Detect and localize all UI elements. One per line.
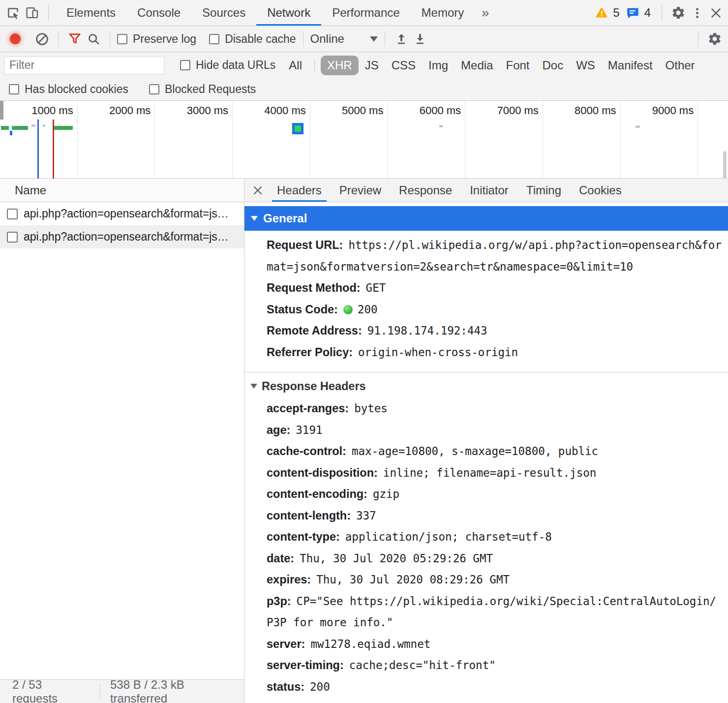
issues-message-icon[interactable]: [624, 3, 642, 22]
request-list-panel: Name api.php?action=opensearch&format=js…: [0, 179, 244, 703]
filter-type-font[interactable]: Font: [499, 56, 536, 75]
chevron-down-icon: [370, 36, 378, 42]
device-toolbar-icon[interactable]: [23, 3, 41, 22]
request-checkbox[interactable]: [7, 209, 18, 219]
tab-memory[interactable]: Memory: [411, 0, 475, 26]
header-key: Referrer Policy:: [267, 346, 353, 359]
close-details-icon[interactable]: [247, 181, 268, 200]
name-column-header[interactable]: Name: [0, 179, 244, 202]
header-key: expires:: [267, 573, 311, 586]
filter-type-js[interactable]: JS: [359, 56, 385, 75]
search-icon[interactable]: [84, 30, 103, 48]
tab-console[interactable]: Console: [126, 0, 191, 26]
disable-cache-checkbox[interactable]: Disable cache: [209, 32, 296, 46]
response-header-row: expires:Thu, 30 Jul 2020 08:29:26 GMT: [244, 569, 728, 591]
tab-sources[interactable]: Sources: [191, 0, 256, 26]
filter-type-manifest[interactable]: Manifest: [602, 56, 659, 75]
timeline-tick-label: 6000 ms: [388, 101, 465, 117]
filter-type-doc[interactable]: Doc: [536, 56, 570, 75]
overview-grip[interactable]: [0, 101, 3, 120]
selected-request-square: [292, 123, 303, 134]
detail-tab-response[interactable]: Response: [390, 179, 461, 202]
throttling-dropdown[interactable]: Online: [310, 32, 378, 46]
timeline-gray-tick: [636, 125, 640, 128]
detail-tab-cookies[interactable]: Cookies: [570, 179, 631, 202]
header-key: server:: [267, 638, 305, 650]
checkbox-box[interactable]: [9, 84, 19, 94]
timeline-gray-tick: [439, 125, 443, 127]
warning-icon[interactable]: [592, 3, 611, 22]
detail-tab-initiator[interactable]: Initiator: [461, 179, 517, 202]
triangle-expanded-icon: [250, 384, 257, 389]
divider: [662, 5, 662, 21]
has-blocked-cookies-checkbox[interactable]: Has blocked cookies: [9, 83, 128, 96]
settings-gear-icon[interactable]: [669, 3, 688, 22]
request-checkbox[interactable]: [7, 232, 18, 243]
checkbox-box[interactable]: [209, 34, 219, 44]
request-list-empty-space: [0, 248, 244, 679]
checkbox-box[interactable]: [180, 60, 190, 70]
response-headers-section-header[interactable]: Response Headers: [244, 375, 728, 397]
response-header-rows: accept-ranges:bytesage:3191cache-control…: [244, 397, 728, 703]
timeline-blue-tick: [10, 131, 12, 135]
timeline-tick-label: 2000 ms: [78, 101, 155, 117]
request-row[interactable]: api.php?action=opensearch&format=js…: [0, 225, 244, 248]
timeline-tick-label: 8000 ms: [543, 101, 620, 117]
import-har-icon[interactable]: [392, 30, 411, 48]
filter-type-all[interactable]: All: [282, 56, 308, 75]
blocked-requests-label: Blocked Requests: [165, 83, 256, 96]
header-key: content-type:: [267, 530, 340, 543]
response-header-row: content-encoding:gzip: [244, 484, 728, 505]
header-value: 200: [358, 303, 378, 316]
tab-performance[interactable]: Performance: [321, 0, 410, 26]
clear-network-log-icon[interactable]: [32, 30, 51, 48]
filter-input[interactable]: [4, 57, 164, 74]
tab-network[interactable]: Network: [256, 0, 321, 26]
detail-tab-preview[interactable]: Preview: [331, 179, 390, 202]
more-panels-button[interactable]: »: [475, 5, 496, 21]
inspect-element-icon[interactable]: [4, 3, 23, 22]
record-network-log-button[interactable]: [10, 33, 21, 44]
timeline-gray-tick: [43, 124, 45, 127]
network-settings-gear-icon[interactable]: [705, 30, 724, 48]
domcontentloaded-marker-line: [37, 120, 39, 179]
timeline-tick-label: 5000 ms: [310, 101, 388, 117]
filter-type-xhr[interactable]: XHR: [321, 56, 359, 75]
checkbox-box[interactable]: [117, 34, 127, 44]
export-har-icon[interactable]: [411, 30, 429, 48]
tabbar-right-controls: 5 4: [588, 3, 728, 22]
request-row[interactable]: api.php?action=opensearch&format=js…: [0, 202, 244, 225]
more-options-icon[interactable]: [688, 3, 706, 22]
hide-data-urls-checkbox[interactable]: Hide data URLs: [180, 59, 275, 72]
preserve-log-checkbox[interactable]: Preserve log: [117, 32, 196, 46]
header-value: 200: [310, 680, 330, 693]
tab-elements[interactable]: Elements: [56, 0, 126, 26]
blocked-requests-checkbox[interactable]: Blocked Requests: [149, 83, 256, 96]
network-main-area: Name api.php?action=opensearch&format=js…: [0, 179, 728, 703]
headers-pane: General Request URL:https://pl.wikipedia…: [244, 202, 728, 703]
scrollbar-thumb[interactable]: [723, 151, 727, 179]
general-row: Request URL:https://pl.wikipedia.org/w/a…: [244, 235, 728, 277]
general-section-header[interactable]: General: [244, 206, 728, 231]
timeline-column: 9000 ms: [621, 101, 698, 178]
header-value: application/json; charset=utf-8: [345, 530, 552, 543]
divider: [698, 31, 698, 47]
detail-tab-headers[interactable]: Headers: [268, 179, 331, 202]
network-overview-timeline[interactable]: 1000 ms2000 ms3000 ms4000 ms5000 ms6000 …: [0, 101, 728, 179]
header-key: Status Code:: [267, 303, 338, 316]
filter-type-other[interactable]: Other: [659, 56, 701, 75]
timeline-tick-label: 4000 ms: [233, 101, 310, 117]
header-value: Thu, 30 Jul 2020 08:29:26 GMT: [316, 573, 510, 586]
general-row: Request Method:GET: [244, 277, 728, 299]
response-header-row: content-disposition:inline; filename=api…: [244, 462, 728, 484]
checkbox-box[interactable]: [149, 84, 159, 94]
close-devtools-icon[interactable]: [706, 3, 725, 22]
filter-type-ws[interactable]: WS: [570, 56, 602, 75]
filter-type-css[interactable]: CSS: [385, 56, 422, 75]
filter-type-img[interactable]: Img: [422, 56, 455, 75]
timeline-column: 6000 ms: [388, 101, 465, 178]
timeline-column: 8000 ms: [543, 101, 621, 178]
detail-tab-timing[interactable]: Timing: [517, 179, 570, 202]
filter-type-media[interactable]: Media: [455, 56, 499, 75]
filter-funnel-icon[interactable]: [65, 30, 84, 48]
